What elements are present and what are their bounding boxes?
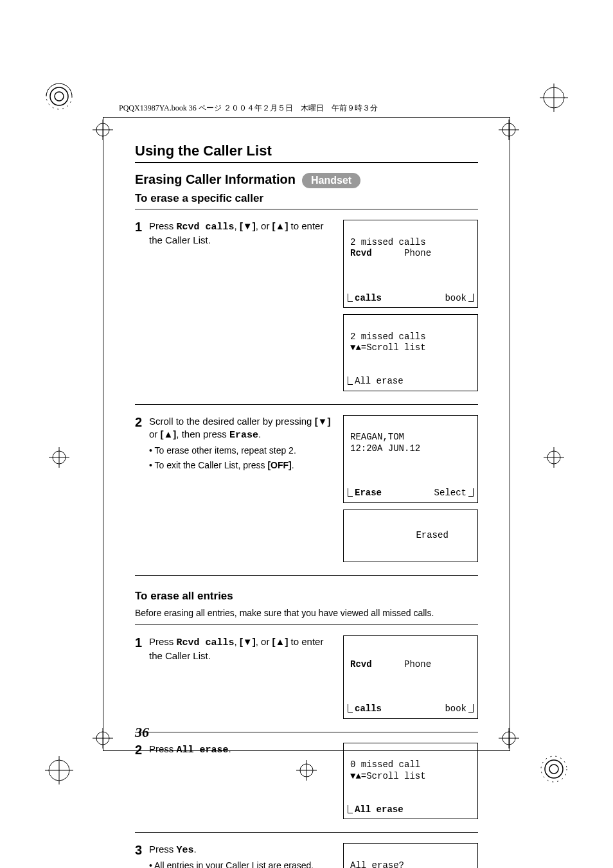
step-screens: Rcvd Phone calls book — [343, 635, 478, 719]
t: . — [229, 743, 231, 754]
t: , — [235, 220, 240, 231]
softkey-left: calls — [348, 293, 382, 305]
divider — [135, 832, 478, 833]
softkey-left: calls — [348, 704, 382, 715]
lcd-left-label: Rcvd — [350, 248, 372, 258]
t: , or — [256, 220, 272, 231]
crop-mark-bottom-left — [45, 756, 73, 784]
step-text: Scroll to the desired caller by pressing… — [149, 415, 343, 472]
all-step-2: 2 Press All erase. 0 missed call ▼▲=Scro… — [135, 736, 478, 829]
crop-mark-top-right-inner — [495, 116, 523, 144]
key-down: [▼] — [315, 416, 331, 427]
step-number: 2 — [135, 743, 149, 757]
svg-point-3 — [545, 760, 563, 778]
softkey-right: book — [445, 704, 474, 715]
bullet: All entries in your Caller List are eras… — [149, 860, 335, 868]
lcd-line: 2 missed calls — [350, 237, 426, 247]
cmd-rcvd-calls: Rcvd calls — [177, 637, 235, 648]
divider — [135, 404, 478, 405]
bullet: To erase other items, repeat step 2. — [149, 445, 335, 457]
all-step-3: 3 Press Yes. All entries in your Caller … — [135, 837, 478, 868]
key-up: [▲] — [272, 636, 289, 647]
t: , — [235, 636, 240, 647]
t: To exit the Caller List, press — [155, 460, 268, 470]
step-screens: 2 missed calls Rcvd Phone calls book 2 m… — [343, 220, 478, 391]
crop-mark-top-right — [540, 84, 568, 112]
softkey-left: All erase — [348, 804, 404, 816]
divider — [135, 624, 478, 625]
cmd-erase: Erase — [229, 430, 258, 441]
key-down: [▼] — [240, 636, 256, 647]
t: Press — [149, 743, 177, 754]
print-job-header: PQQX13987YA.book 36 ページ ２００４年２月５日 木曜日 午前… — [119, 103, 378, 114]
lcd-line: 0 missed call — [350, 759, 420, 770]
step-number: 2 — [135, 415, 149, 430]
softkey-left-label: calls — [355, 293, 382, 303]
page-frame-left — [103, 117, 103, 751]
lcd-screen: 2 missed calls ▼▲=Scroll list All erase — [343, 314, 478, 391]
lcd-screen: 0 missed call ▼▲=Scroll list All erase — [343, 743, 478, 820]
bullet: To exit the Caller List, press [OFF]. — [149, 459, 335, 472]
softkey-left-label: calls — [355, 704, 382, 714]
lcd-screen: All erase? No Yes — [343, 843, 478, 868]
lcd-line: Erased — [416, 530, 448, 540]
erase-all-heading: To erase all entries — [135, 590, 478, 603]
specific-step-2: 2 Scroll to the desired caller by pressi… — [135, 409, 478, 572]
step-screens: 0 missed call ▼▲=Scroll list All erase — [343, 743, 478, 820]
step-screens: All erase? No Yes All erased — [343, 843, 478, 868]
lcd-line: REAGAN,TOM — [350, 432, 404, 442]
t: Press — [149, 844, 177, 855]
erasing-heading-row: Erasing Caller Information Handset — [135, 172, 478, 188]
softkey-left: Erase — [348, 488, 382, 499]
section-title: Using the Caller List — [135, 143, 478, 159]
t: . — [194, 844, 197, 855]
handset-badge: Handset — [302, 173, 360, 188]
key-up: [▲] — [161, 429, 177, 439]
lcd-left-label: Rcvd — [350, 659, 372, 669]
step-number: 1 — [135, 635, 149, 650]
t: . — [258, 429, 261, 439]
lcd-line: ▼▲=Scroll list — [350, 342, 426, 353]
t: or — [149, 429, 161, 439]
t: Press — [149, 220, 177, 231]
registration-rosette-bottom-right — [540, 755, 568, 786]
divider — [135, 732, 478, 732]
all-step-1: 1 Press Rcvd calls, [▼], or [▲] to enter… — [135, 629, 478, 728]
specific-step-1: 1 Press Rcvd calls, [▼], or [▲] to enter… — [135, 213, 478, 400]
lcd-screen: Rcvd Phone calls book — [343, 635, 478, 719]
crop-mark-mid-right — [540, 443, 568, 472]
erasing-heading: Erasing Caller Information — [135, 172, 296, 187]
t: , then press — [176, 429, 229, 439]
cmd-rcvd-calls: Rcvd calls — [177, 222, 235, 233]
lcd-line: 12:20A JUN.12 — [350, 443, 420, 454]
crop-mark-mid-left — [45, 443, 73, 472]
section-rule — [135, 162, 478, 163]
page-number: 36 — [135, 724, 149, 741]
lcd-screen: Erased — [343, 509, 478, 563]
page-frame-top — [103, 117, 510, 118]
softkey-left-label: All erase — [355, 804, 404, 815]
divider — [135, 209, 478, 209]
lcd-screen: REAGAN,TOM 12:20A JUN.12 Erase Select — [343, 415, 478, 503]
step-number: 1 — [135, 220, 149, 235]
lcd-line: 2 missed calls — [350, 332, 426, 342]
lcd-right-label: Phone — [404, 248, 431, 258]
svg-point-1 — [55, 92, 64, 101]
step-text: Press All erase. — [149, 743, 343, 757]
softkey-left: All erase — [348, 376, 404, 387]
t: Press — [149, 636, 177, 647]
registration-rosette-top-left — [45, 82, 73, 113]
erase-all-intro: Before erasing all entries, make sure th… — [135, 608, 478, 618]
key-down: [▼] — [240, 220, 256, 231]
t: , or — [256, 636, 272, 647]
divider — [135, 575, 478, 576]
lcd-line: ▼▲=Scroll list — [350, 771, 426, 781]
cmd-yes: Yes — [177, 845, 194, 856]
t: . — [292, 460, 294, 470]
step-text: Press Rcvd calls, [▼], or [▲] to enter t… — [149, 220, 343, 247]
crop-mark-bottom-right-inner — [495, 724, 523, 752]
t: Scroll to the desired caller by pressing — [149, 416, 315, 427]
step-text: Press Yes. All entries in your Caller Li… — [149, 843, 343, 868]
softkey-left-label: Erase — [355, 488, 382, 498]
key-up: [▲] — [272, 220, 289, 231]
